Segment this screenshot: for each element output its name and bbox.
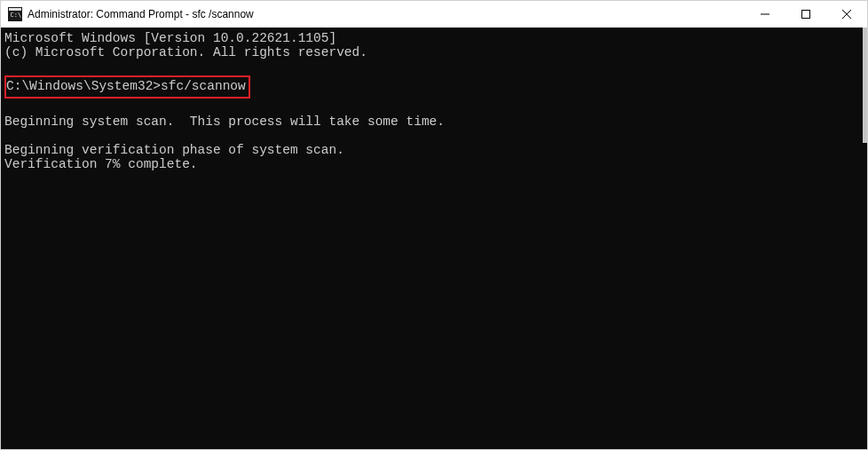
copyright-line: (c) Microsoft Corporation. All rights re… [4, 45, 861, 59]
svg-text:C:\: C:\ [11, 12, 22, 19]
scan-begin-line: Beginning system scan. This process will… [4, 114, 861, 129]
minimize-button[interactable] [745, 1, 785, 28]
prompt-path: C:\Windows\System32> [6, 79, 161, 93]
maximize-button[interactable] [785, 1, 826, 28]
terminal-scrollbar[interactable] [863, 28, 867, 449]
cmd-icon: C:\ [8, 7, 22, 21]
progress-line: Verification 7% complete. [4, 157, 861, 171]
window-controls [745, 1, 867, 28]
blank-line [4, 129, 861, 143]
version-line: Microsoft Windows [Version 10.0.22621.11… [4, 31, 861, 45]
command-highlight: C:\Windows\System32>sfc/scannow [4, 75, 250, 99]
verification-line: Beginning verification phase of system s… [4, 143, 861, 157]
titlebar[interactable]: C:\ Administrator: Command Prompt - sfc … [1, 1, 867, 28]
window-title: Administrator: Command Prompt - sfc /sca… [28, 8, 745, 20]
blank-line [4, 100, 861, 114]
svg-rect-4 [802, 11, 810, 19]
svg-rect-1 [9, 8, 21, 11]
close-button[interactable] [826, 1, 867, 28]
scrollbar-thumb[interactable] [863, 28, 867, 143]
terminal-area: Microsoft Windows [Version 10.0.22621.11… [1, 28, 867, 449]
terminal-output[interactable]: Microsoft Windows [Version 10.0.22621.11… [1, 28, 863, 449]
blank-line [4, 59, 861, 74]
command-prompt-window: C:\ Administrator: Command Prompt - sfc … [0, 0, 868, 450]
command-text: sfc/scannow [161, 79, 246, 93]
